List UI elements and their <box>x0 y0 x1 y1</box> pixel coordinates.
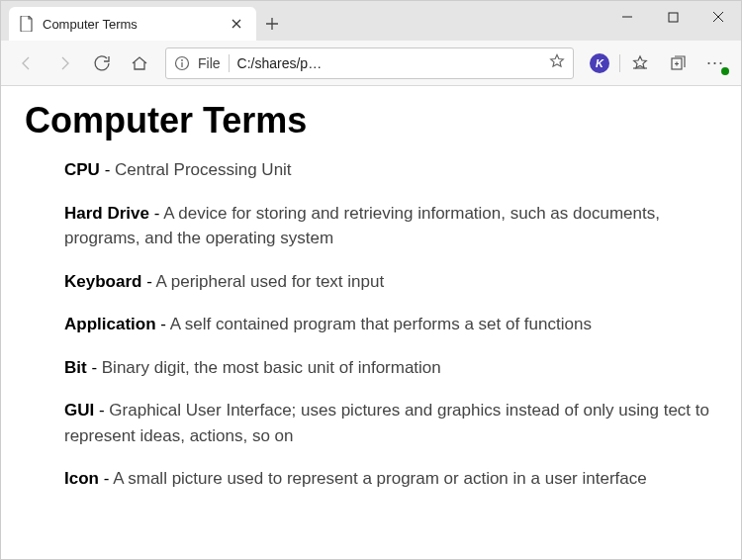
term-name: Application <box>64 315 156 333</box>
favorite-button[interactable] <box>549 53 565 72</box>
page-icon <box>19 16 35 32</box>
term-definition: A small picture used to represent a prog… <box>113 469 647 488</box>
term-separator: - <box>87 358 102 377</box>
page-content: Computer Terms CPU - Central Processing … <box>1 86 741 559</box>
term-name: Hard Drive <box>64 204 149 223</box>
back-button[interactable] <box>9 46 45 81</box>
term-definition: Graphical User Interface; uses pictures … <box>64 401 709 445</box>
term-separator: - <box>99 469 113 488</box>
term-item: Icon - A small picture used to represent… <box>64 466 717 492</box>
address-scheme: File <box>198 55 221 71</box>
tab-close-button[interactable] <box>229 16 244 32</box>
term-name: GUI <box>64 401 94 420</box>
term-item: Keyboard - A peripheral used for text in… <box>64 269 717 295</box>
maximize-button[interactable] <box>650 1 696 33</box>
term-definition: A peripheral used for text input <box>156 272 385 291</box>
term-separator: - <box>149 204 163 223</box>
term-item: CPU - Central Processing Unit <box>64 157 717 183</box>
more-button[interactable]: ··· <box>697 46 733 81</box>
home-button[interactable] <box>122 46 157 81</box>
term-item: Hard Drive - A device for storing and re… <box>64 201 717 251</box>
collections-button[interactable] <box>660 46 696 81</box>
svg-point-2 <box>181 59 183 61</box>
term-name: Icon <box>64 469 99 488</box>
term-item: Application - A self contained program t… <box>64 312 717 337</box>
address-bar[interactable]: File C:/shares/p… <box>165 47 574 79</box>
window-controls <box>604 1 741 33</box>
extension-icon: K <box>590 53 609 73</box>
tab-title: Computer Terms <box>43 17 221 32</box>
term-name: Keyboard <box>64 272 141 291</box>
info-icon[interactable] <box>174 55 190 71</box>
minimize-button[interactable] <box>604 1 650 33</box>
forward-button[interactable] <box>46 46 82 81</box>
term-name: CPU <box>64 160 100 179</box>
notification-dot <box>721 67 729 75</box>
terms-list: CPU - Central Processing UnitHard Drive … <box>25 157 717 492</box>
browser-tab[interactable]: Computer Terms <box>9 7 256 41</box>
term-name: Bit <box>64 358 87 377</box>
term-item: GUI - Graphical User Interface; uses pic… <box>64 398 717 448</box>
term-separator: - <box>156 315 170 333</box>
term-item: Bit - Binary digit, the most basic unit … <box>64 355 717 381</box>
toolbar-divider <box>619 54 620 72</box>
refresh-button[interactable] <box>84 46 120 81</box>
extension-button[interactable]: K <box>582 46 617 81</box>
titlebar: Computer Terms <box>1 1 741 41</box>
term-definition: Central Processing Unit <box>115 160 292 179</box>
term-separator: - <box>94 401 109 420</box>
address-path: C:/shares/p… <box>237 55 541 71</box>
term-separator: - <box>100 160 115 179</box>
favorites-button[interactable] <box>622 46 658 81</box>
page-title: Computer Terms <box>25 100 717 141</box>
close-window-button[interactable] <box>696 1 741 33</box>
toolbar: File C:/shares/p… K ··· <box>1 41 741 86</box>
term-definition: Binary digit, the most basic unit of inf… <box>102 358 441 377</box>
term-definition: A self contained program that performs a… <box>170 315 592 333</box>
svg-rect-0 <box>669 13 678 22</box>
address-divider <box>229 54 230 72</box>
new-tab-button[interactable] <box>256 7 288 41</box>
term-separator: - <box>141 272 155 291</box>
